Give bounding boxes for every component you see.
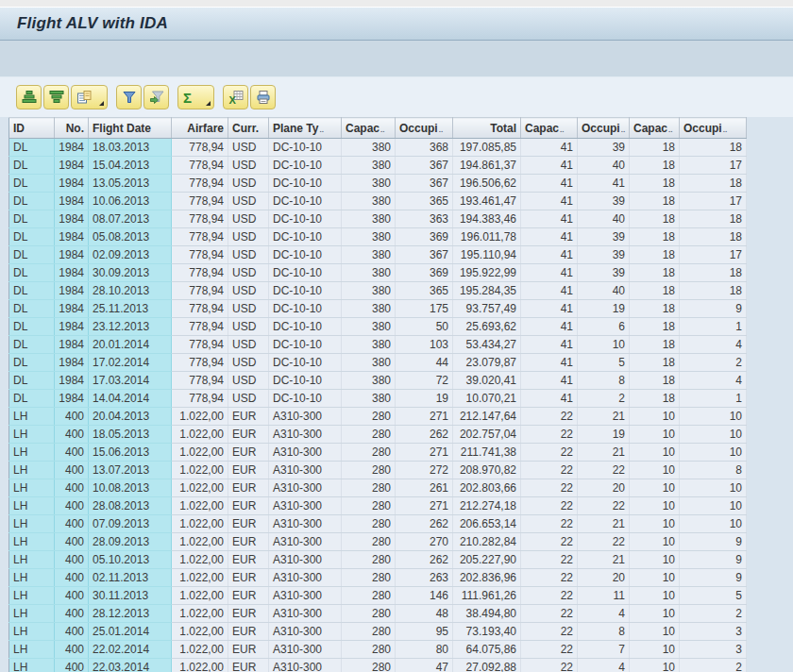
cell[interactable]: EUR <box>228 605 269 623</box>
cell[interactable]: 1984 <box>55 390 89 408</box>
cell[interactable]: 365 <box>396 282 453 300</box>
cell[interactable]: 10 <box>630 408 680 426</box>
cell[interactable]: 111.961,26 <box>453 587 521 605</box>
cell[interactable]: 778,94 <box>172 354 228 372</box>
cell[interactable]: 202.757,04 <box>453 426 521 444</box>
cell[interactable]: 778,94 <box>172 175 228 193</box>
cell[interactable]: 11 <box>578 587 630 605</box>
cell[interactable]: 22 <box>521 479 578 497</box>
cell[interactable]: 363 <box>396 210 453 228</box>
table-row[interactable]: DL198413.05.2013778,94USDDC-10-103803671… <box>9 175 747 193</box>
cell[interactable]: 10 <box>680 426 747 444</box>
cell[interactable]: DC-10-10 <box>269 210 342 228</box>
delete-filter-button[interactable] <box>143 85 169 109</box>
cell[interactable]: 400 <box>55 623 89 641</box>
cell[interactable]: 17 <box>680 157 747 175</box>
cell[interactable]: 18 <box>630 139 680 157</box>
table-row[interactable]: DL198402.09.2013778,94USDDC-10-103803671… <box>9 246 747 264</box>
cell[interactable]: 17 <box>680 246 747 264</box>
cell[interactable]: 368 <box>396 139 453 157</box>
column-header[interactable]: Occupi.. <box>396 118 453 139</box>
cell[interactable]: EUR <box>228 515 269 533</box>
cell[interactable]: DC-10-10 <box>269 354 342 372</box>
cell[interactable]: A310-300 <box>269 515 342 533</box>
cell[interactable]: 18 <box>630 318 680 336</box>
cell[interactable]: 25.01.2014 <box>89 623 172 641</box>
cell[interactable]: 3 <box>680 623 747 641</box>
table-row[interactable]: DL198423.12.2013778,94USDDC-10-103805025… <box>9 318 747 336</box>
cell[interactable]: 22 <box>521 444 578 462</box>
cell[interactable]: 400 <box>55 659 89 672</box>
cell[interactable]: 280 <box>342 641 396 659</box>
cell[interactable]: 778,94 <box>172 264 228 282</box>
cell[interactable]: 194.383,46 <box>453 210 521 228</box>
cell[interactable]: DL <box>9 354 55 372</box>
cell[interactable]: DC-10-10 <box>269 390 342 408</box>
cell[interactable]: 28.09.2013 <box>89 533 172 551</box>
cell[interactable]: 280 <box>342 605 396 623</box>
cell[interactable]: DL <box>9 139 55 157</box>
cell[interactable]: USD <box>228 139 269 157</box>
cell[interactable]: 10 <box>630 479 680 497</box>
cell[interactable]: LH <box>9 587 55 605</box>
cell[interactable]: 18 <box>680 282 747 300</box>
cell[interactable]: 07.09.2013 <box>89 515 172 533</box>
cell[interactable]: 20.04.2013 <box>89 408 172 426</box>
cell[interactable]: 21 <box>578 408 630 426</box>
cell[interactable]: 10 <box>630 426 680 444</box>
cell[interactable]: 262 <box>396 426 453 444</box>
cell[interactable]: DC-10-10 <box>269 157 342 175</box>
cell[interactable]: 21 <box>578 551 630 569</box>
cell[interactable]: 80 <box>396 641 453 659</box>
cell[interactable]: 10.070,21 <box>453 390 521 408</box>
cell[interactable]: DL <box>9 193 55 210</box>
table-row[interactable]: LH40030.11.20131.022,00EURA310-300280146… <box>9 587 747 605</box>
cell[interactable]: 261 <box>396 479 453 497</box>
cell[interactable]: 10 <box>630 462 680 479</box>
column-header[interactable]: Capac.. <box>521 118 578 139</box>
cell[interactable]: EUR <box>228 479 269 497</box>
cell[interactable]: 778,94 <box>172 139 228 157</box>
cell[interactable]: 23.12.2013 <box>89 318 172 336</box>
cell[interactable]: LH <box>9 408 55 426</box>
cell[interactable]: 1.022,00 <box>172 569 228 587</box>
cell[interactable]: 41 <box>521 175 578 193</box>
cell[interactable]: 18 <box>680 139 747 157</box>
cell[interactable]: 39.020,41 <box>453 372 521 390</box>
cell[interactable]: 3 <box>680 641 747 659</box>
cell[interactable]: LH <box>9 462 55 479</box>
cell[interactable]: 41 <box>521 139 578 157</box>
cell[interactable]: 280 <box>342 659 396 672</box>
cell[interactable]: 10 <box>578 336 630 354</box>
cell[interactable]: 280 <box>342 623 396 641</box>
cell[interactable]: 400 <box>55 641 89 659</box>
table-row[interactable]: DL198405.08.2013778,94USDDC-10-103803691… <box>9 228 747 246</box>
cell[interactable]: 1984 <box>55 264 89 282</box>
cell[interactable]: 18 <box>630 372 680 390</box>
cell[interactable]: EUR <box>228 569 269 587</box>
cell[interactable]: 25.693,62 <box>453 318 521 336</box>
cell[interactable]: 9 <box>680 569 747 587</box>
cell[interactable]: 20 <box>578 479 630 497</box>
cell[interactable]: 7 <box>578 641 630 659</box>
cell[interactable]: 280 <box>342 587 396 605</box>
cell[interactable]: 4 <box>578 659 630 672</box>
cell[interactable]: 30.09.2013 <box>89 264 172 282</box>
cell[interactable]: 1984 <box>55 246 89 264</box>
cell[interactable]: 41 <box>521 336 578 354</box>
cell[interactable]: 40 <box>578 282 630 300</box>
cell[interactable]: USD <box>228 390 269 408</box>
cell[interactable]: EUR <box>228 408 269 426</box>
cell[interactable]: A310-300 <box>269 641 342 659</box>
cell[interactable]: 53.434,27 <box>453 336 521 354</box>
cell[interactable]: 400 <box>55 569 89 587</box>
cell[interactable]: 22 <box>521 569 578 587</box>
cell[interactable]: 41 <box>521 210 578 228</box>
cell[interactable]: 1984 <box>55 354 89 372</box>
cell[interactable]: LH <box>9 551 55 569</box>
cell[interactable]: 95 <box>396 623 453 641</box>
cell[interactable]: 1984 <box>55 318 89 336</box>
cell[interactable]: 197.085,85 <box>453 139 521 157</box>
set-filter-button[interactable] <box>116 85 142 109</box>
table-row[interactable]: DL198425.11.2013778,94USDDC-10-103801759… <box>9 300 747 318</box>
